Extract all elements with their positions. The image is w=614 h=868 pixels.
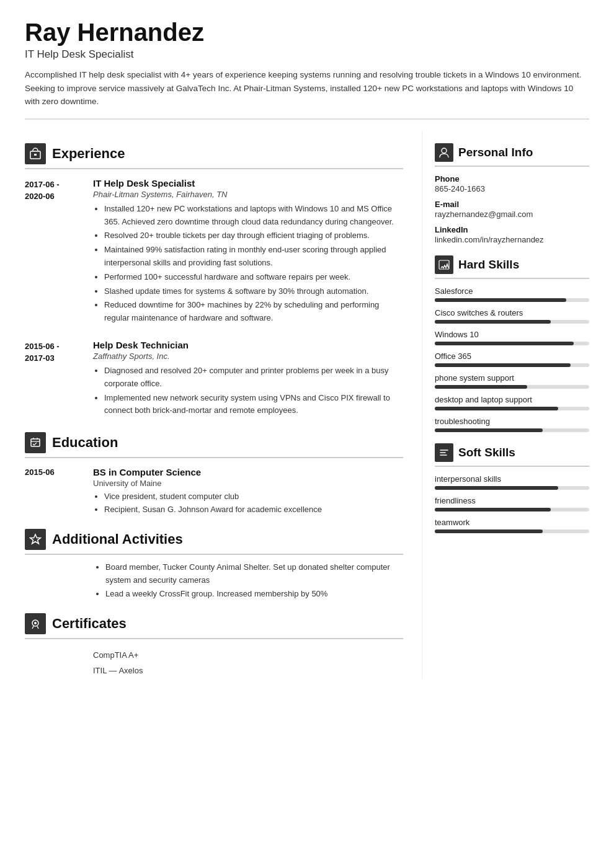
skill-bar-bg <box>435 320 589 324</box>
experience-section: Experience 2017-06 -2020-06IT Help Desk … <box>25 143 403 418</box>
skill-bar-bg <box>435 385 589 389</box>
skill-bar-fill <box>435 428 543 432</box>
right-column: Personal Info Phone 865-240-1663 E-mail … <box>422 131 589 679</box>
activities-header: Additional Activities <box>25 529 403 555</box>
exp-job-title: Help Desk Technician <box>93 340 403 350</box>
svg-point-5 <box>34 622 37 624</box>
list-item: ITIL — Axelos <box>93 663 403 679</box>
list-item: Performed 100+ successful hardware and s… <box>104 271 403 284</box>
edu-bullets: Vice president, student computer clubRec… <box>93 490 403 516</box>
exp-company: Zaffnathy Sports, Inc. <box>93 352 403 361</box>
skill-bar-fill <box>435 486 558 490</box>
hard-skill-item: Cisco switches & routers <box>435 308 589 324</box>
activities-icon <box>25 529 46 550</box>
skill-name: desktop and laptop support <box>435 395 589 404</box>
skill-name: friendliness <box>435 496 589 505</box>
certificates-section: Certificates CompTIA A+ITIL — Axelos <box>25 613 403 678</box>
email-value: rayzhernandez@gmail.com <box>435 210 589 219</box>
list-item: Resolved 20+ trouble tickets per day thr… <box>104 229 403 242</box>
phone-value: 865-240-1663 <box>435 184 589 193</box>
list-item: Slashed update times for systems & softw… <box>104 285 403 298</box>
education-entries: 2015-06BS in Computer ScienceUniversity … <box>25 467 403 516</box>
hard-skill-item: Office 365 <box>435 352 589 367</box>
skill-bar-fill <box>435 342 574 345</box>
skill-name: Salesforce <box>435 286 589 296</box>
certificates-header: Certificates <box>25 613 403 639</box>
skill-name: interpersonal skills <box>435 474 589 484</box>
soft-skills-section: Soft Skills interpersonal skillsfriendli… <box>435 443 589 533</box>
exp-dates: 2015-06 -2017-03 <box>25 340 93 418</box>
edu-date: 2015-06 <box>25 467 93 516</box>
edu-degree: BS in Computer Science <box>93 467 403 477</box>
candidate-name: Ray Hernandez <box>25 19 589 46</box>
svg-rect-2 <box>31 439 40 446</box>
list-item: Reduced downtime for 300+ machines by 22… <box>104 299 403 325</box>
personal-info-title: Personal Info <box>458 146 533 159</box>
certificates-icon <box>25 613 46 634</box>
activities-list: Board member, Tucker County Animal Shelt… <box>25 561 403 601</box>
hard-skill-item: desktop and laptop support <box>435 395 589 410</box>
exp-company: Phair-Litman Systems, Fairhaven, TN <box>93 190 403 199</box>
soft-skills-list: interpersonal skillsfriendlinessteamwork <box>435 474 589 533</box>
hard-skill-item: phone system support <box>435 373 589 389</box>
hard-skills-icon <box>435 255 453 274</box>
skill-bar-bg <box>435 428 589 432</box>
linkedin-value: linkedin.com/in/rayzhernandez <box>435 235 589 244</box>
edu-content: BS in Computer ScienceUniversity of Main… <box>93 467 403 516</box>
hard-skills-header: Hard Skills <box>435 255 589 279</box>
list-item: Installed 120+ new PC workstations and l… <box>104 203 403 229</box>
skill-bar-bg <box>435 508 589 512</box>
svg-marker-3 <box>30 534 41 544</box>
list-item: Recipient, Susan G. Johnson Award for ac… <box>104 503 403 516</box>
list-item: Lead a weekly CrossFit group. Increased … <box>105 588 403 601</box>
soft-skills-icon <box>435 443 453 462</box>
candidate-title: IT Help Desk Specialist <box>25 48 589 61</box>
exp-dates: 2017-06 -2020-06 <box>25 178 93 326</box>
skill-name: teamwork <box>435 518 589 527</box>
certificates-title: Certificates <box>52 616 127 632</box>
exp-bullets: Diagnosed and resolved 20+ computer and … <box>93 365 403 417</box>
header-section: Ray Hernandez IT Help Desk Specialist Ac… <box>25 19 589 120</box>
exp-content: IT Help Desk SpecialistPhair-Litman Syst… <box>93 178 403 326</box>
soft-skills-header: Soft Skills <box>435 443 589 467</box>
soft-skills-title: Soft Skills <box>458 446 515 459</box>
experience-title: Experience <box>52 146 125 162</box>
experience-entries: 2017-06 -2020-06IT Help Desk SpecialistP… <box>25 178 403 418</box>
soft-skill-item: friendliness <box>435 496 589 512</box>
list-item: Diagnosed and resolved 20+ computer and … <box>104 365 403 391</box>
activities-section: Additional Activities Board member, Tuck… <box>25 529 403 601</box>
exp-content: Help Desk TechnicianZaffnathy Sports, In… <box>93 340 403 418</box>
activities-title: Additional Activities <box>52 531 183 547</box>
hard-skills-list: SalesforceCisco switches & routersWindow… <box>435 286 589 432</box>
svg-point-6 <box>442 148 447 153</box>
education-title: Education <box>52 435 118 451</box>
education-entry: 2015-06BS in Computer ScienceUniversity … <box>25 467 403 516</box>
skill-bar-fill <box>435 508 551 512</box>
experience-header: Experience <box>25 143 403 169</box>
skill-bar-bg <box>435 486 589 490</box>
personal-info-header: Personal Info <box>435 143 589 167</box>
skill-name: Cisco switches & routers <box>435 308 589 317</box>
soft-skill-item: interpersonal skills <box>435 474 589 490</box>
skill-bar-bg <box>435 298 589 302</box>
education-icon <box>25 432 46 453</box>
personal-info-icon <box>435 143 453 162</box>
list-item: Maintained 99% satisfaction rating in mo… <box>104 244 403 270</box>
skill-bar-fill <box>435 385 527 389</box>
list-item: Board member, Tucker County Animal Shelt… <box>105 561 403 587</box>
list-item: CompTIA A+ <box>93 648 403 663</box>
phone-label: Phone <box>435 174 589 184</box>
experience-entry: 2017-06 -2020-06IT Help Desk SpecialistP… <box>25 178 403 326</box>
exp-job-title: IT Help Desk Specialist <box>93 178 403 188</box>
skill-bar-bg <box>435 529 589 533</box>
soft-skill-item: teamwork <box>435 518 589 533</box>
skill-bar-bg <box>435 363 589 367</box>
education-section: Education 2015-06BS in Computer ScienceU… <box>25 432 403 516</box>
skill-name: phone system support <box>435 373 589 383</box>
skill-name: troubleshooting <box>435 417 589 426</box>
main-layout: Experience 2017-06 -2020-06IT Help Desk … <box>25 131 589 679</box>
skill-bar-fill <box>435 298 566 302</box>
skill-bar-fill <box>435 320 551 324</box>
experience-entry: 2015-06 -2017-03Help Desk TechnicianZaff… <box>25 340 403 418</box>
list-item: Vice president, student computer club <box>104 490 403 503</box>
